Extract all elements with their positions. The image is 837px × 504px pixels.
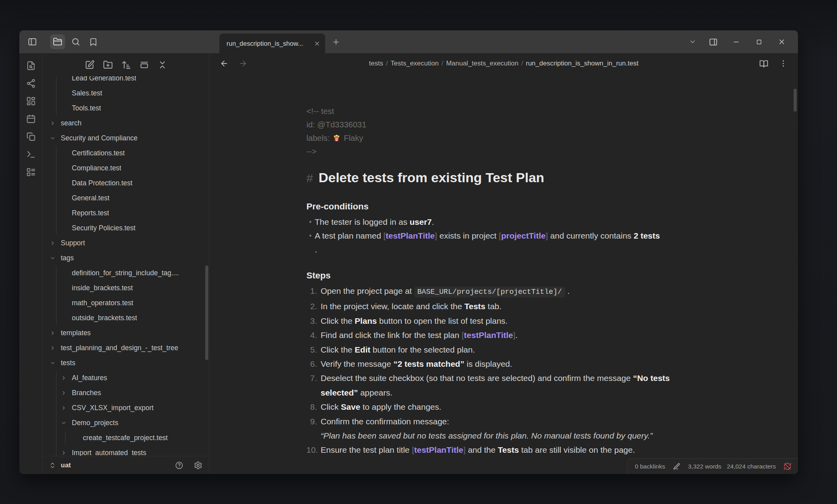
tree-file[interactable]: create_testcafe_project.test xyxy=(43,430,209,445)
layout-list-ribbon-button[interactable] xyxy=(26,167,36,177)
vault-bar: uat xyxy=(43,456,209,474)
breadcrumb-segment[interactable]: tests xyxy=(369,60,383,67)
tree-folder[interactable]: test_planning_and_design_-_test_tree xyxy=(43,340,209,355)
toggle-left-sidebar-button[interactable] xyxy=(25,34,40,49)
tree-file[interactable]: outside_brackets.test xyxy=(43,310,209,325)
copy-ribbon-button[interactable] xyxy=(26,131,36,142)
settings-button[interactable] xyxy=(193,461,203,470)
new-note-button[interactable] xyxy=(84,60,95,70)
tree-file[interactable]: Lead Generation.test xyxy=(43,76,209,86)
tree-item-label: tests xyxy=(61,359,75,367)
step-number: 1. xyxy=(307,284,317,298)
tree-folder[interactable]: tags xyxy=(43,250,209,265)
tree-file[interactable]: Reports.test xyxy=(43,205,209,220)
internal-link[interactable]: testPlanTitle xyxy=(386,231,434,240)
editor-content[interactable]: <!-- testid: @Td3336031labels: Flaky--> … xyxy=(210,74,798,474)
minimize-button[interactable] xyxy=(729,35,743,49)
tree-item-label: Lead Generation.test xyxy=(72,76,136,82)
active-tab[interactable]: run_description_is_show... xyxy=(219,34,325,53)
tree-folder[interactable]: Import_automated_tests xyxy=(43,445,209,456)
help-button[interactable] xyxy=(174,461,184,470)
indent-guide xyxy=(56,266,56,325)
search-tab-button[interactable] xyxy=(68,34,83,49)
internal-link[interactable]: projectTitle xyxy=(501,231,546,240)
sync-error-button[interactable] xyxy=(783,462,792,471)
terminal-ribbon-button[interactable] xyxy=(26,149,36,159)
maximize-button[interactable] xyxy=(752,35,766,49)
editor-scrollbar[interactable] xyxy=(794,89,797,112)
dashboard-icon xyxy=(26,96,36,106)
tree-file[interactable]: definition_for_string_include_tag.... xyxy=(43,265,209,280)
tree-file[interactable]: math_operators.test xyxy=(43,295,209,310)
breadcrumb-segment[interactable]: Tests_execution xyxy=(391,60,439,67)
bookmarks-tab-button[interactable] xyxy=(86,34,101,49)
file-search-ribbon-button[interactable] xyxy=(26,60,36,71)
tree-file[interactable]: Tools.test xyxy=(43,101,209,116)
sort-order-button[interactable] xyxy=(121,60,131,70)
internal-link[interactable]: testPlanTitle xyxy=(464,330,513,340)
status-bar: 0 backlinks 3,322 words 24,024 character… xyxy=(627,458,798,474)
collapse-all-button[interactable] xyxy=(157,60,167,70)
folder-icon xyxy=(53,37,62,47)
tree-file[interactable]: Certifications.test xyxy=(43,146,209,161)
calendar-icon xyxy=(26,114,36,124)
tree-file[interactable]: Security Policies.test xyxy=(43,220,209,235)
character-count[interactable]: 24,024 characters xyxy=(727,463,776,470)
tab-close-button[interactable] xyxy=(312,38,322,49)
word-count[interactable]: 3,322 words xyxy=(688,463,721,470)
navigate-back-button[interactable] xyxy=(218,58,230,69)
files-tab-button[interactable] xyxy=(50,34,65,49)
navigate-forward-button[interactable] xyxy=(237,58,249,69)
tree-file[interactable]: Sales.test xyxy=(43,86,209,101)
chevron-collapsed-icon xyxy=(61,405,69,411)
chevron-collapsed-icon xyxy=(61,375,69,381)
stack-view-button[interactable] xyxy=(139,60,149,70)
tree-folder[interactable]: Support xyxy=(43,235,209,250)
tree-folder[interactable]: Security and Compliance xyxy=(43,131,209,146)
edit-mode-toggle[interactable] xyxy=(672,462,681,471)
file-tree: Lead Generation.testSales.testTools.test… xyxy=(43,76,209,456)
tree-item-label: definition_for_string_include_tag.... xyxy=(72,269,179,277)
dashboard-ribbon-button[interactable] xyxy=(26,96,36,106)
more-vertical-icon xyxy=(779,59,788,68)
tree-folder[interactable]: templates xyxy=(43,325,209,340)
tree-item-label: Demo_projects xyxy=(72,419,118,427)
stack-icon xyxy=(139,60,149,70)
more-options-button[interactable] xyxy=(777,58,789,69)
panel-right-icon xyxy=(709,37,718,47)
collapse-all-icon xyxy=(157,60,167,70)
backlinks-count[interactable]: 0 backlinks xyxy=(635,463,665,470)
tree-folder[interactable]: Demo_projects xyxy=(43,415,209,430)
breadcrumb-segment[interactable]: run_description_is_shown_in_run.test xyxy=(526,60,638,67)
tree-item-label: create_testcafe_project.test xyxy=(83,434,168,442)
tree-file[interactable]: Data Protection.test xyxy=(43,175,209,190)
step-item: 8.Click Save to apply the changes. xyxy=(307,400,701,414)
popcorn-emoji xyxy=(333,134,341,142)
tree-folder[interactable]: AI_features xyxy=(43,370,209,385)
toggle-right-sidebar-button[interactable] xyxy=(706,35,720,49)
tree-folder[interactable]: tests xyxy=(43,355,209,370)
tree-item-label: Branches xyxy=(72,389,101,397)
close-window-button[interactable] xyxy=(775,35,788,49)
new-tab-button[interactable] xyxy=(329,35,343,49)
internal-link[interactable]: testPlanTitle xyxy=(414,445,463,454)
sync-off-icon xyxy=(783,462,792,470)
search-icon xyxy=(71,37,81,47)
sidebar-scrollbar[interactable] xyxy=(205,265,208,360)
breadcrumb-segment[interactable]: Manual_tests_execution xyxy=(446,60,518,67)
tree-item-label: Certifications.test xyxy=(72,149,125,157)
graph-view-ribbon-button[interactable] xyxy=(26,78,36,88)
left-ribbon xyxy=(19,53,43,474)
tree-folder[interactable]: CSV_XLSX_import_export xyxy=(43,400,209,415)
tree-file[interactable]: inside_brackets.test xyxy=(43,280,209,295)
calendar-ribbon-button[interactable] xyxy=(26,114,36,124)
tab-list-dropdown-button[interactable] xyxy=(686,35,699,49)
tree-folder[interactable]: search xyxy=(43,116,209,131)
tree-file[interactable]: Compliance.test xyxy=(43,161,209,175)
reading-view-button[interactable] xyxy=(758,58,770,69)
new-folder-button[interactable] xyxy=(103,60,113,70)
tree-folder[interactable]: Branches xyxy=(43,385,209,400)
vault-name: uat xyxy=(61,461,71,469)
vault-switcher[interactable]: uat xyxy=(49,461,71,469)
tree-file[interactable]: General.test xyxy=(43,190,209,205)
